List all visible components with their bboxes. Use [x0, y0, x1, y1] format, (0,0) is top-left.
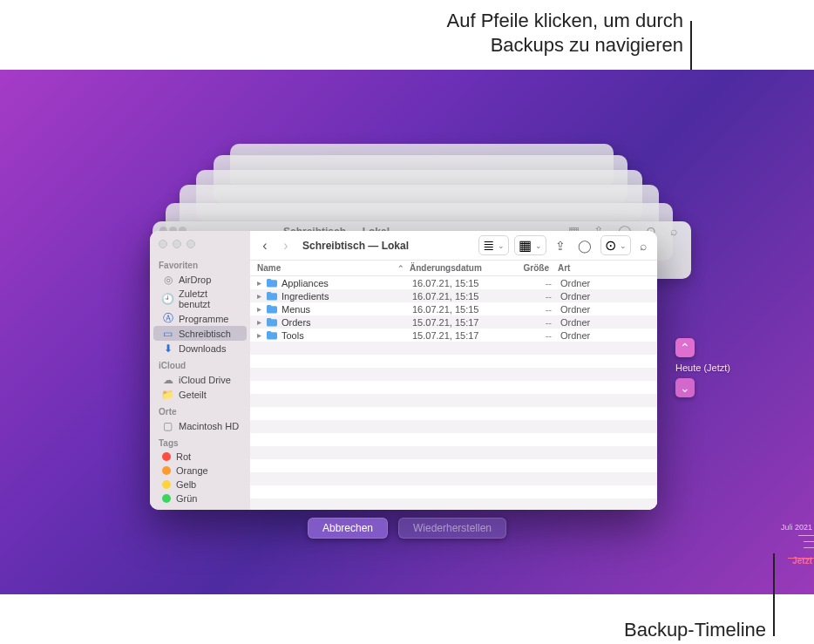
finder-sidebar: Favoriten ◎ AirDrop 🕘 Zuletzt benutzt Ⓐ … [150, 231, 250, 510]
sidebar-item-applications[interactable]: Ⓐ Programme [153, 311, 247, 326]
sidebar-item-label: Orange [176, 465, 208, 476]
sidebar-item-airdrop[interactable]: ◎ AirDrop [153, 272, 247, 287]
file-kind: Ordner [560, 278, 650, 288]
restore-button[interactable]: Wiederherstellen [398, 518, 506, 539]
tag-dot-icon [162, 452, 171, 461]
callout-arrows: Auf Pfeile klicken, um durch Backups zu … [0, 9, 683, 57]
sidebar-item-label: Schreibtisch [179, 329, 231, 339]
disclosure-triangle-icon[interactable]: ▸ [257, 304, 266, 314]
sort-ascending-icon: ⌃ [397, 264, 404, 273]
disclosure-triangle-icon[interactable]: ▸ [257, 317, 266, 327]
file-row[interactable]: ▸ Orders 15.07.21, 15:17 -- Ordner [250, 315, 657, 329]
search-button[interactable]: ⌕ [636, 237, 650, 254]
sidebar-item-desktop[interactable]: ▭ Schreibtisch [153, 326, 247, 341]
sidebar-item-label: Geteilt [179, 390, 207, 400]
empty-row [250, 342, 657, 355]
ellipsis-circle-icon: ⊙ [605, 237, 616, 254]
column-header-date[interactable]: Änderungsdatum [410, 263, 505, 273]
zoom-dot[interactable] [187, 240, 195, 248]
chevron-down-icon: ⌄ [498, 241, 505, 250]
list-view-icon: ≣ [483, 237, 494, 254]
finder-toolbar: ‹ › Schreibtisch — Lokal ≣⌄ ▦⌄ ⇪ ◯ ⊙⌄ ⌕ [250, 231, 657, 261]
file-row[interactable]: ▸ Appliances 16.07.21, 15:15 -- Ordner [250, 276, 657, 289]
time-machine-desktop: ‹ › Schreibtisch — Lokal ▦ ⇪ ◯ ⊙ ⌕ Favor… [0, 70, 814, 594]
tags-button[interactable]: ◯ [574, 237, 595, 254]
column-header-size[interactable]: Größe [505, 263, 558, 273]
sidebar-item-recents[interactable]: 🕘 Zuletzt benutzt [153, 287, 247, 311]
empty-row [250, 498, 657, 510]
sidebar-tag-yellow[interactable]: Gelb [153, 478, 247, 491]
timeline-tick[interactable] [804, 547, 814, 548]
file-kind: Ordner [560, 304, 650, 315]
folder-icon [266, 304, 278, 315]
finder-main: ‹ › Schreibtisch — Lokal ≣⌄ ▦⌄ ⇪ ◯ ⊙⌄ ⌕ [250, 231, 657, 510]
forward-button[interactable]: › [278, 238, 294, 254]
file-row[interactable]: ▸ Ingredients 16.07.21, 15:15 -- Ordner [250, 289, 657, 302]
timeline-tick[interactable] [798, 535, 814, 536]
sidebar-item-shared[interactable]: 📁 Geteilt [153, 387, 247, 402]
sidebar-item-downloads[interactable]: ⬇ Downloads [153, 341, 247, 356]
sidebar-item-label: Gelb [176, 479, 196, 490]
file-size: -- [508, 317, 560, 328]
window-traffic-lights [150, 236, 250, 255]
disclosure-triangle-icon[interactable]: ▸ [257, 278, 266, 288]
chevron-down-icon: ⌄ [535, 241, 542, 250]
disclosure-triangle-icon[interactable]: ▸ [257, 330, 266, 340]
sidebar-tag-red[interactable]: Rot [153, 450, 247, 464]
callout-line2: Backups zu navigieren [0, 33, 683, 58]
tag-dot-icon [162, 480, 171, 489]
file-size: -- [508, 278, 560, 288]
empty-row [250, 420, 657, 433]
empty-row [250, 472, 657, 485]
disclosure-triangle-icon[interactable]: ▸ [257, 291, 266, 301]
group-by-button[interactable]: ▦⌄ [514, 235, 546, 255]
sidebar-item-label: AirDrop [179, 275, 211, 285]
file-row[interactable]: ▸ Menus 16.07.21, 15:15 -- Ordner [250, 302, 657, 315]
sidebar-item-label: iCloud Drive [179, 375, 231, 385]
file-date: 16.07.21, 15:15 [412, 291, 508, 302]
file-name: Tools [282, 330, 412, 341]
folder-icon [266, 317, 278, 328]
backup-timeline[interactable]: Juli 2021 Jetzt [762, 523, 814, 584]
sidebar-item-label: Grün [176, 493, 197, 504]
shared-folder-icon: 📁 [162, 389, 173, 400]
callout-line1: Auf Pfeile klicken, um durch [0, 9, 683, 33]
sidebar-item-label: Zuletzt benutzt [179, 288, 241, 309]
close-dot[interactable] [159, 240, 167, 248]
file-kind: Ordner [560, 317, 650, 328]
view-list-button[interactable]: ≣⌄ [478, 235, 509, 255]
file-size: -- [508, 304, 560, 315]
timeline-month-label: Juli 2021 [781, 523, 812, 532]
cancel-button[interactable]: Abbrechen [308, 518, 388, 539]
minimize-dot[interactable] [173, 240, 181, 248]
folder-icon [266, 278, 278, 288]
empty-row [250, 394, 657, 407]
action-menu-button[interactable]: ⊙⌄ [600, 235, 631, 255]
column-header-name[interactable]: Name ⌃ [257, 263, 410, 273]
sidebar-tag-orange[interactable]: Orange [153, 464, 247, 478]
finder-window: Favoriten ◎ AirDrop 🕘 Zuletzt benutzt Ⓐ … [150, 231, 657, 510]
empty-row [250, 355, 657, 368]
sidebar-tag-green[interactable]: Grün [153, 491, 247, 505]
file-name: Orders [282, 317, 412, 328]
callout-timeline: Backup-Timeline [0, 619, 766, 641]
timeline-tick[interactable] [804, 541, 814, 542]
back-button[interactable]: ‹ [257, 238, 273, 254]
file-size: -- [508, 330, 560, 341]
previous-backup-button[interactable]: ⌃ [675, 338, 695, 357]
clock-icon: 🕘 [162, 294, 173, 305]
file-row[interactable]: ▸ Tools 15.07.21, 15:17 -- Ordner [250, 329, 657, 342]
next-backup-button[interactable]: ⌄ [675, 378, 695, 397]
empty-row [250, 433, 657, 446]
tag-dot-icon [162, 466, 171, 475]
empty-row [250, 407, 657, 420]
empty-row [250, 446, 657, 459]
callout-leader-line [773, 553, 775, 636]
share-button[interactable]: ⇪ [552, 237, 569, 254]
sidebar-item-macintosh-hd[interactable]: ▢ Macintosh HD [153, 418, 247, 433]
sidebar-heading-icloud: iCloud [150, 356, 250, 372]
column-header-kind[interactable]: Art [558, 263, 650, 273]
file-list: ▸ Appliances 16.07.21, 15:15 -- Ordner ▸… [250, 276, 657, 510]
desktop-icon: ▭ [162, 328, 173, 339]
sidebar-item-icloud-drive[interactable]: ☁ iCloud Drive [153, 372, 247, 387]
